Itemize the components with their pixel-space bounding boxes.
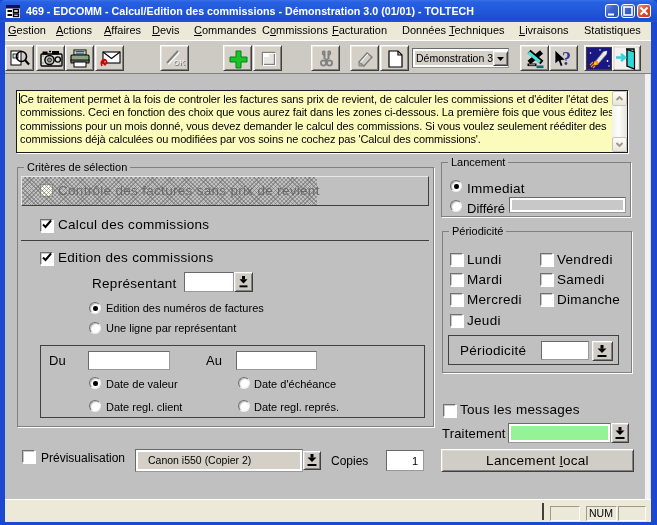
svg-text:OK: OK (173, 58, 185, 67)
